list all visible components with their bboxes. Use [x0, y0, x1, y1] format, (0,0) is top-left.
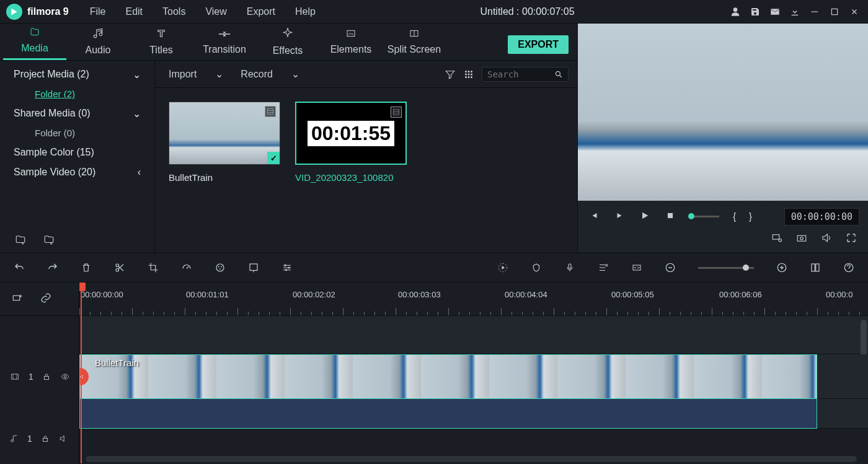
preview-timecode[interactable]: 00:00:00:00 — [784, 208, 859, 225]
tab-transition[interactable]: Transition — [193, 23, 256, 60]
grid-view-icon[interactable] — [463, 69, 474, 80]
svg-rect-19 — [394, 110, 399, 115]
minimize-icon[interactable] — [810, 7, 820, 17]
export-button[interactable]: EXPORT — [508, 35, 569, 54]
new-folder-icon[interactable] — [14, 234, 27, 245]
fullscreen-icon[interactable] — [846, 232, 857, 245]
preview-video[interactable] — [578, 24, 868, 201]
video-track-header[interactable]: 1 — [0, 354, 79, 399]
maximize-icon[interactable] — [830, 7, 839, 17]
tree-shared-folder[interactable]: Folder (0) — [0, 123, 154, 142]
undo-icon[interactable] — [14, 262, 25, 273]
zoom-slider[interactable] — [698, 267, 754, 269]
settings-icon[interactable] — [771, 232, 782, 245]
color-icon[interactable] — [215, 262, 226, 273]
help-icon[interactable] — [843, 262, 854, 273]
mail-icon[interactable] — [770, 7, 780, 17]
tab-split-screen[interactable]: Split Screen — [383, 23, 446, 60]
clip-thumbnail[interactable]: 00:01:55 — [295, 102, 407, 165]
tab-media[interactable]: Media — [3, 23, 66, 60]
zoom-out-icon[interactable] — [665, 262, 676, 273]
mark-in-out-icon[interactable]: { } — [733, 211, 757, 222]
audio-track[interactable] — [79, 399, 868, 429]
tab-elements[interactable]: Elements — [319, 23, 383, 60]
adjust-icon[interactable] — [281, 262, 293, 273]
menu-tools[interactable]: Tools — [154, 2, 194, 21]
zoom-in-icon[interactable] — [776, 262, 787, 273]
account-icon[interactable] — [730, 7, 740, 17]
play-review-icon[interactable] — [615, 211, 624, 222]
record-voiceover-icon[interactable] — [564, 262, 575, 273]
menu-edit[interactable]: Edit — [117, 2, 151, 21]
lock-icon[interactable] — [42, 372, 51, 381]
tree-sample-color[interactable]: Sample Color (15) — [0, 142, 154, 162]
tab-effects[interactable]: Effects — [256, 23, 319, 60]
fit-icon[interactable] — [631, 262, 642, 273]
snapshot-icon[interactable] — [796, 232, 807, 245]
split-clip-icon[interactable] — [114, 262, 125, 273]
add-track-icon[interactable] — [11, 292, 24, 305]
stop-icon[interactable] — [666, 211, 675, 222]
menu-file[interactable]: File — [81, 2, 115, 21]
prev-frame-icon[interactable] — [590, 211, 599, 222]
tab-audio[interactable]: Audio — [66, 23, 130, 60]
tree-project-folder[interactable]: Folder (2) — [0, 84, 154, 103]
svg-rect-0 — [812, 11, 818, 12]
tree-shared-media[interactable]: Shared Media (0) ⌄ — [0, 103, 154, 123]
marker-icon[interactable] — [531, 262, 542, 273]
tree-sample-video[interactable]: Sample Video (20) ‹ — [0, 162, 154, 182]
lock-icon[interactable] — [41, 434, 50, 443]
tree-label: Sample Video (20) — [14, 167, 95, 178]
render-icon[interactable] — [497, 262, 508, 273]
media-clip[interactable]: 00:01:55 VID_20200323_100820 — [295, 102, 407, 183]
crop-icon[interactable] — [148, 262, 159, 273]
delete-icon[interactable] — [81, 262, 92, 273]
link-icon[interactable] — [40, 292, 52, 305]
search-input[interactable] — [487, 69, 554, 79]
quality-slider[interactable] — [688, 216, 719, 217]
close-icon[interactable] — [849, 7, 859, 17]
speed-icon[interactable] — [181, 262, 192, 273]
mute-icon[interactable] — [58, 434, 68, 443]
timeline-area: 1 1 00:00:00:0000:00:01:0100:00:02:0200:… — [0, 282, 868, 463]
filter-icon[interactable] — [445, 69, 456, 80]
svg-point-24 — [779, 239, 782, 242]
horizontal-scrollbar[interactable] — [86, 456, 857, 462]
redo-icon[interactable] — [47, 262, 58, 273]
import-dropdown[interactable]: Import ⌄ — [164, 66, 228, 82]
delete-folder-icon[interactable] — [42, 234, 56, 245]
menu-help[interactable]: Help — [286, 2, 324, 21]
track-row-empty[interactable] — [79, 316, 868, 354]
menu-view[interactable]: View — [197, 2, 235, 21]
video-track[interactable]: ✂ BulletTrain — [79, 354, 868, 399]
download-icon[interactable] — [790, 7, 800, 17]
clip-thumbnail[interactable]: ✓ — [169, 102, 280, 165]
timeline-ruler[interactable]: 00:00:00:0000:00:01:0100:00:02:0200:00:0… — [79, 282, 868, 316]
audio-mixer-icon[interactable] — [598, 262, 609, 273]
svg-point-12 — [468, 76, 470, 78]
audio-track-header[interactable]: 1 — [0, 424, 79, 453]
video-track-number: 1 — [29, 372, 33, 382]
search-box[interactable] — [482, 67, 569, 82]
play-icon[interactable] — [640, 211, 650, 222]
svg-point-9 — [468, 73, 470, 75]
menu-export[interactable]: Export — [238, 2, 284, 21]
filmstrip-icon — [391, 107, 402, 118]
media-clip[interactable]: ✓ BulletTrain — [169, 102, 280, 183]
save-icon[interactable] — [750, 7, 760, 17]
green-screen-icon[interactable] — [248, 262, 259, 273]
svg-rect-23 — [773, 235, 779, 240]
svg-line-15 — [560, 75, 562, 77]
volume-icon[interactable] — [821, 232, 832, 245]
playhead[interactable] — [81, 282, 82, 463]
track-manager-icon[interactable] — [810, 262, 821, 273]
timeline-tracks[interactable]: 00:00:00:0000:00:01:0100:00:02:0200:00:0… — [79, 282, 868, 463]
visibility-icon[interactable] — [60, 372, 71, 381]
audio-clip[interactable] — [79, 399, 817, 429]
record-dropdown[interactable]: Record ⌄ — [236, 66, 304, 82]
tab-titles[interactable]: Titles — [130, 23, 193, 60]
tree-project-media[interactable]: Project Media (2) ⌄ — [0, 64, 154, 84]
ruler-mark: 00:00:04:04 — [505, 290, 547, 299]
chevron-left-icon: ‹ — [138, 167, 141, 178]
video-clip[interactable]: ✂ BulletTrain — [79, 354, 817, 399]
